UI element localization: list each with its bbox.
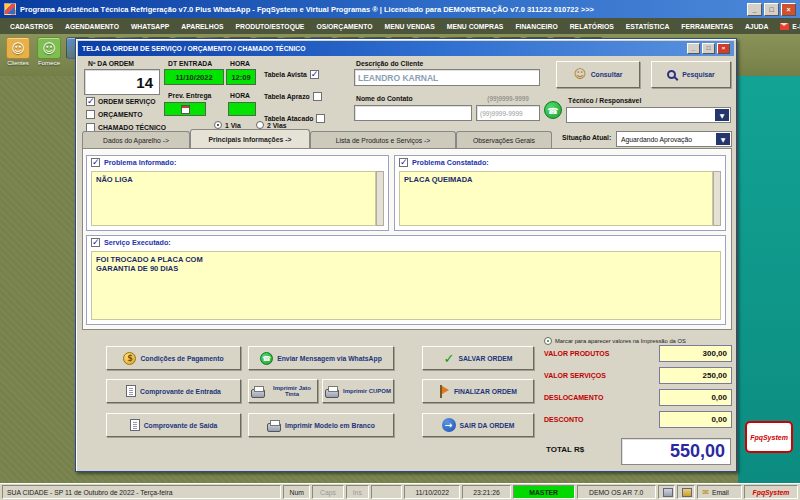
whatsapp-icon[interactable] — [544, 101, 562, 119]
comprovante-entrada-button[interactable]: Comprovante de Entrada — [106, 379, 241, 403]
valor-field[interactable]: 300,00 — [659, 345, 732, 362]
checkbox-label: ORÇAMENTO — [98, 111, 142, 118]
salvar-ordem-button[interactable]: SALVAR ORDEM — [422, 346, 534, 370]
status-time: 23:21:26 — [462, 485, 510, 499]
tab-dados-aparelho[interactable]: Dados do Aparelho -> — [82, 131, 190, 148]
valor-field[interactable]: 250,00 — [659, 367, 732, 384]
sair-ordem-button[interactable]: SAIR DA ORDEM — [422, 413, 534, 437]
checkbox-tabela-aprazo[interactable]: Tabela Aprazo — [264, 92, 322, 101]
maximize-button[interactable]: □ — [764, 3, 779, 16]
problema-constatado-textarea[interactable]: PLACA QUEIMADA — [399, 171, 713, 226]
valor-field[interactable]: 0,00 — [659, 389, 732, 406]
toolbar-item-clientes[interactable]: Clientes — [4, 37, 32, 66]
valor-row: VALOR SERVIÇOS250,00 — [544, 367, 732, 384]
servico-executado-textarea[interactable]: FOI TROCADO A PLACA COM GARANTIA DE 90 D… — [91, 251, 721, 320]
nota-impressao[interactable]: Marcar para aparecer valores na Impressã… — [544, 337, 734, 345]
contato-label: Nome do Contato — [356, 95, 413, 102]
status-location: SUA CIDADE - SP 11 de Outubro de 2022 - … — [2, 485, 281, 499]
total-value: 550,00 — [621, 438, 731, 465]
finalizar-ordem-button[interactable]: FINALIZAR ORDEM — [422, 379, 534, 403]
tab-observacoes-gerais[interactable]: Observações Gerais — [456, 131, 552, 148]
menu-item-cadastros[interactable]: CADASTROS — [4, 23, 59, 30]
radio-icon — [544, 337, 552, 345]
menu-item-estat-stica[interactable]: ESTATÍSTICA — [620, 23, 676, 30]
menu-item-whatsapp[interactable]: WHATSAPP — [125, 23, 175, 30]
group-header[interactable]: Problema Informado: — [91, 158, 176, 167]
nota-label: Marcar para aparecer valores na Impressã… — [555, 338, 686, 344]
menu-item-menu-compras[interactable]: MENU COMPRAS — [441, 23, 510, 30]
condicoes-pagamento-button[interactable]: Condições de Pagamento — [106, 346, 241, 370]
imprimir-cupom-button[interactable]: Imprimir CUPOM — [322, 379, 394, 403]
menu-item-financeiro[interactable]: FINANCEIRO — [509, 23, 563, 30]
comprovante-saida-button[interactable]: Comprovante de Saída — [106, 413, 241, 437]
status-date: 11/10/2022 — [404, 485, 460, 499]
chevron-down-icon[interactable]: ▼ — [716, 133, 730, 145]
group-header[interactable]: Serviço Executado: — [91, 238, 171, 247]
problema-informado-textarea[interactable]: NÃO LIGA — [91, 171, 376, 226]
entry-time-field[interactable]: 12:09 — [226, 69, 256, 85]
checkbox-icon — [91, 238, 100, 247]
status-email[interactable]: Email — [697, 485, 742, 499]
scrollbar[interactable] — [376, 171, 384, 226]
menu-item-ajuda[interactable]: AJUDA — [739, 23, 774, 30]
menu-item-agendamento[interactable]: AGENDAMENTO — [59, 23, 125, 30]
close-button[interactable]: × — [781, 3, 796, 16]
checkbox-tabela-avista[interactable]: Tabela Avista — [264, 70, 319, 79]
menu-item-label: OS/ORÇAMENTO — [316, 23, 372, 30]
menu-item-ferramentas[interactable]: FERRAMENTAS — [675, 23, 739, 30]
menu-item-menu-vendas[interactable]: MENU VENDAS — [379, 23, 441, 30]
menu-item-os-or-amento[interactable]: OS/ORÇAMENTO — [310, 23, 378, 30]
checkbox-ordem-servico[interactable]: ORDEM SERVIÇO — [86, 97, 156, 106]
menu-item-e-mail[interactable]: E-MAIL — [774, 23, 800, 30]
total-label: TOTAL R$ — [546, 445, 584, 454]
imprimir-jato-button[interactable]: Imprimir Jato Tinta — [248, 379, 318, 403]
status-brand: FpqSystem — [744, 485, 798, 499]
status-num: Num — [283, 485, 310, 499]
group-header[interactable]: Problema Constatado: — [399, 158, 489, 167]
prev-time-field[interactable] — [228, 102, 256, 116]
fornecedores-icon — [37, 37, 61, 59]
valor-label: VALOR SERVIÇOS — [544, 372, 606, 379]
menu-item-label: FINANCEIRO — [515, 23, 557, 30]
order-number-field[interactable]: 14 — [84, 69, 160, 95]
dialog-minimize-button[interactable]: _ — [687, 43, 700, 54]
printer-icon — [267, 423, 281, 432]
situacao-select[interactable]: Aguardando Aprovação▼ — [616, 131, 732, 147]
valor-field[interactable]: 0,00 — [659, 411, 732, 428]
tab-lista-produtos-servicos[interactable]: Lista de Produtos e Serviços -> — [310, 131, 456, 148]
enviar-whatsapp-button[interactable]: Enviar Mensagem via WhatsApp — [248, 346, 394, 370]
menu-item-aparelhos[interactable]: APARELHOS — [175, 23, 229, 30]
printer-icon — [325, 389, 339, 398]
radio-1-via[interactable]: 1 Via — [214, 121, 241, 129]
menu-item-label: ESTATÍSTICA — [626, 23, 670, 30]
checkbox-tabela-atacado[interactable]: Tabela Atacado — [264, 114, 325, 123]
checkbox-icon — [86, 110, 95, 119]
pesquisar-button[interactable]: Pesquisar — [651, 61, 731, 88]
printer-icon — [251, 389, 265, 398]
chevron-down-icon[interactable]: ▼ — [715, 109, 729, 121]
prev-date-field[interactable] — [164, 102, 206, 116]
entry-date-field[interactable]: 11/10/2022 — [164, 69, 224, 85]
contato-field[interactable] — [354, 105, 472, 121]
situacao-label: Situação Atual: — [562, 134, 611, 141]
toolbar-item-fornecedores[interactable]: Fornece — [35, 37, 63, 66]
dialog-maximize-button[interactable]: □ — [702, 43, 715, 54]
dialog-titlebar[interactable]: TELA DA ORDEM DE SERVIÇO / ORÇAMENTO / C… — [78, 41, 734, 56]
checkbox-orcamento[interactable]: ORÇAMENTO — [86, 110, 142, 119]
tecnico-select[interactable]: ▼ — [566, 107, 731, 123]
menu-item-produto-estoque[interactable]: PRODUTO/ESTOQUE — [230, 23, 311, 30]
cliente-field[interactable]: LEANDRO KARNAL — [354, 69, 540, 86]
checkbox-icon — [316, 114, 325, 123]
scrollbar[interactable] — [713, 171, 721, 226]
dialog-close-button[interactable]: × — [717, 43, 730, 54]
status-tool[interactable] — [677, 485, 695, 499]
radio-label: 1 Via — [225, 122, 241, 129]
consultar-button[interactable]: Consultar — [556, 61, 640, 88]
minimize-button[interactable]: _ — [747, 3, 762, 16]
imprimir-modelo-button[interactable]: Imprimir Modelo em Branco — [248, 413, 394, 437]
menu-item-relat-rios[interactable]: RELATÓRIOS — [564, 23, 620, 30]
status-printer[interactable] — [658, 485, 676, 499]
tab-principais-informacoes[interactable]: Principais Informações -> — [190, 129, 310, 148]
phone-field[interactable]: (99)9999-9999 — [476, 105, 540, 121]
menu-item-label: PRODUTO/ESTOQUE — [236, 23, 305, 30]
